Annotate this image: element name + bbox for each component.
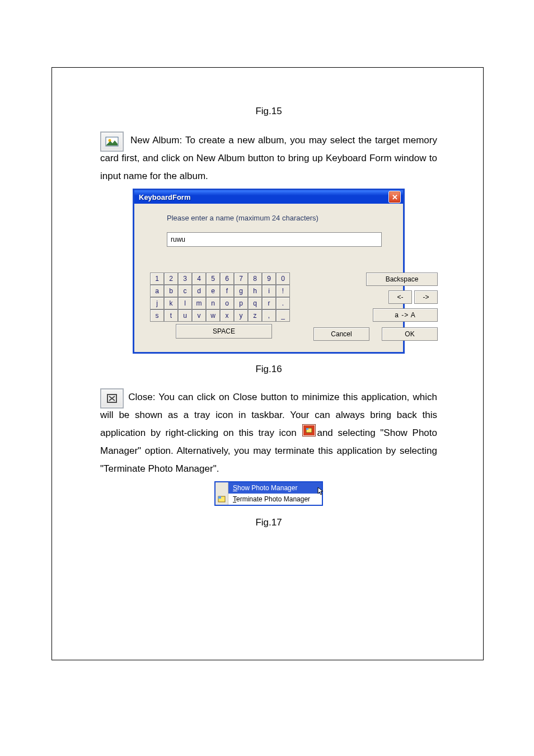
key-h[interactable]: h xyxy=(248,285,262,297)
key-i[interactable]: i xyxy=(262,285,276,297)
key-c[interactable]: c xyxy=(178,285,192,297)
keyboard-form-window: KeyboardForm ✕ Please enter a name (maxi… xyxy=(133,189,405,354)
case-toggle-button[interactable]: a -> A xyxy=(373,308,438,322)
key-r[interactable]: r xyxy=(262,297,276,309)
key-w[interactable]: w xyxy=(206,309,220,322)
close-paragraph: Close: You can click on Close button to … xyxy=(100,388,437,478)
key-v[interactable]: v xyxy=(192,309,206,322)
key-n[interactable]: n xyxy=(206,297,220,309)
tray-menu-item-show-label: how Photo Manager xyxy=(237,484,297,492)
key-b[interactable]: b xyxy=(164,285,178,297)
key-e[interactable]: e xyxy=(206,285,220,297)
cancel-button[interactable]: Cancel xyxy=(313,327,369,341)
keyboard-form-prompt: Please enter a name (maximum 24 characte… xyxy=(167,214,387,222)
key-u[interactable]: u xyxy=(178,309,192,322)
key-z[interactable]: z xyxy=(248,309,262,322)
key-3[interactable]: 3 xyxy=(178,273,192,285)
space-key[interactable]: SPACE xyxy=(176,324,272,339)
key-g[interactable]: g xyxy=(234,285,248,297)
key-,[interactable]: , xyxy=(262,309,276,322)
key-m[interactable]: m xyxy=(192,297,206,309)
key-j[interactable]: j xyxy=(150,297,164,309)
tray-menu-item-show-accel: S xyxy=(233,484,237,492)
close-icon: ✕ xyxy=(392,193,398,201)
svg-rect-6 xyxy=(218,496,221,499)
key-o[interactable]: o xyxy=(220,297,234,309)
keyboard-keys: 1234567890 abcdefghi! jklmnopqr. stuvwxy… xyxy=(150,273,290,341)
keyboard-form-close-button[interactable]: ✕ xyxy=(388,191,401,203)
key-![interactable]: ! xyxy=(276,285,290,297)
key-x[interactable]: x xyxy=(220,309,234,322)
tray-context-menu: Show Photo Manager Terminate Photo Manag… xyxy=(214,481,323,506)
keyboard-form-input[interactable] xyxy=(167,232,382,247)
backspace-button[interactable]: Backspace xyxy=(366,273,438,286)
tray-menu-item-terminate-label: erminate Photo Manager xyxy=(236,495,310,503)
tray-menu-gutter xyxy=(216,482,228,494)
close-app-icon xyxy=(100,388,124,408)
key-1[interactable]: 1 xyxy=(150,273,164,285)
key-k[interactable]: k xyxy=(164,297,178,309)
key-y[interactable]: y xyxy=(234,309,248,322)
tray-menu-icon xyxy=(216,494,228,505)
key-f[interactable]: f xyxy=(220,285,234,297)
key-8[interactable]: 8 xyxy=(248,273,262,285)
key-.[interactable]: . xyxy=(276,297,290,309)
key-6[interactable]: 6 xyxy=(220,273,234,285)
key-q[interactable]: q xyxy=(248,297,262,309)
new-album-text-2: first, and click on New Album button to … xyxy=(100,153,437,181)
ok-button[interactable]: OK xyxy=(382,327,438,341)
key-a[interactable]: a xyxy=(150,285,164,297)
tray-menu-item-show[interactable]: Show Photo Manager xyxy=(228,482,322,494)
key-7[interactable]: 7 xyxy=(234,273,248,285)
key-t[interactable]: t xyxy=(164,309,178,322)
cursor-right-button[interactable]: -> xyxy=(414,290,438,304)
new-album-paragraph: New Album: To create a new album, you ma… xyxy=(100,132,437,185)
key-0[interactable]: 0 xyxy=(276,273,290,285)
svg-rect-4 xyxy=(306,428,308,430)
key-9[interactable]: 9 xyxy=(262,273,276,285)
cursor-left-button[interactable]: <- xyxy=(388,290,412,304)
keyboard-form-title: KeyboardForm xyxy=(139,193,190,201)
key-d[interactable]: d xyxy=(192,285,206,297)
tray-menu-item-terminate[interactable]: Terminate Photo Manager xyxy=(228,494,322,505)
cursor-icon xyxy=(317,487,325,496)
key-4[interactable]: 4 xyxy=(192,273,206,285)
new-album-icon xyxy=(100,132,124,152)
key-s[interactable]: s xyxy=(150,309,164,322)
key-p[interactable]: p xyxy=(234,297,248,309)
keyboard-form-titlebar[interactable]: KeyboardForm ✕ xyxy=(134,190,403,204)
key-2[interactable]: 2 xyxy=(164,273,178,285)
key-5[interactable]: 5 xyxy=(206,273,220,285)
figure-caption-16: Fig.16 xyxy=(100,364,437,375)
figure-caption-17: Fig.17 xyxy=(100,517,437,528)
key-_[interactable]: _ xyxy=(276,309,290,322)
figure-caption-15: Fig.15 xyxy=(100,106,437,117)
key-l[interactable]: l xyxy=(178,297,192,309)
tray-icon xyxy=(302,424,316,436)
